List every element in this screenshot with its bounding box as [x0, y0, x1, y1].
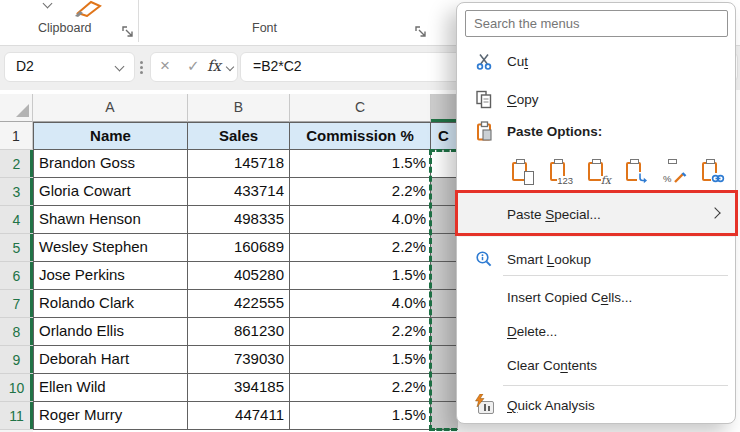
font-dialog-launcher-icon[interactable] — [414, 25, 427, 38]
menu-item-copy[interactable]: Copy — [458, 83, 735, 115]
row-header[interactable]: 9 — [0, 346, 33, 374]
paste-link-icon[interactable] — [701, 158, 725, 186]
menu-item-clear-contents[interactable]: Clear Contents — [458, 349, 735, 381]
cell-sales[interactable]: 394185 — [188, 374, 290, 402]
header-cell-name[interactable]: Name — [33, 122, 188, 150]
cell-commission[interactable]: 2.2% — [290, 374, 431, 402]
cell-d-selected[interactable] — [431, 206, 458, 234]
menu-item-label: Cut — [507, 54, 528, 69]
menu-item-label: Insert Copied Cells... — [507, 290, 632, 305]
row-header[interactable]: 2 — [0, 150, 33, 178]
row-header[interactable]: 3 — [0, 178, 33, 206]
menu-item-quick-analysis[interactable]: Quick Analysis — [458, 389, 735, 421]
cell-name[interactable]: Gloria Cowart — [33, 178, 188, 206]
cell-d-selected[interactable] — [431, 262, 458, 290]
cell-sales[interactable]: 422555 — [188, 290, 290, 318]
fx-chevron-icon[interactable] — [226, 63, 234, 71]
name-box[interactable]: D2 — [4, 52, 135, 82]
cell-sales[interactable]: 498335 — [188, 206, 290, 234]
menu-item-label: Smart Lookup — [507, 252, 591, 267]
cell-d-selected[interactable] — [431, 402, 458, 430]
cell-name[interactable]: Deborah Hart — [33, 346, 188, 374]
cell-commission[interactable]: 4.0% — [290, 290, 431, 318]
table-row: 10 Ellen Wild 394185 2.2% — [0, 374, 458, 402]
cell-name[interactable]: Brandon Goss — [33, 150, 188, 178]
header-cell-commission[interactable]: Commission % — [290, 122, 431, 150]
menu-item-smart-lookup[interactable]: Smart Lookup — [458, 243, 735, 275]
cell-d-selected[interactable] — [431, 318, 458, 346]
cell-commission[interactable]: 1.5% — [290, 262, 431, 290]
paste-formatting-icon[interactable]: % — [663, 158, 687, 186]
menu-item-cut[interactable]: Cut — [458, 45, 735, 77]
search-input[interactable] — [465, 10, 728, 37]
cell-d-selected[interactable] — [431, 374, 458, 402]
cell-commission[interactable]: 4.0% — [290, 206, 431, 234]
header-cell-d-clipped[interactable]: C — [431, 122, 458, 150]
submenu-chevron-icon — [709, 207, 720, 218]
cell-sales[interactable]: 433714 — [188, 178, 290, 206]
cell-name[interactable]: Shawn Henson — [33, 206, 188, 234]
row-header-1[interactable]: 1 — [0, 122, 33, 150]
cell-commission[interactable]: 1.5% — [290, 346, 431, 374]
cell-name[interactable]: Wesley Stephen — [33, 234, 188, 262]
cell-name[interactable]: Jose Perkins — [33, 262, 188, 290]
excel-window: Clipboard Font D2 × ✓ fx =B2*C2 — [0, 0, 740, 432]
paste-values-icon[interactable]: 123 — [549, 158, 573, 186]
cell-d-active[interactable] — [431, 150, 458, 178]
row-header[interactable]: 6 — [0, 262, 33, 290]
name-box-chevron-icon[interactable] — [115, 62, 125, 72]
cell-sales[interactable]: 861230 — [188, 318, 290, 346]
cell-sales[interactable]: 145718 — [188, 150, 290, 178]
cell-name[interactable]: Rolando Clark — [33, 290, 188, 318]
cell-sales[interactable]: 739030 — [188, 346, 290, 374]
row-header[interactable]: 7 — [0, 290, 33, 318]
cell-commission[interactable]: 1.5% — [290, 402, 431, 430]
cell-sales[interactable]: 405280 — [188, 262, 290, 290]
header-cell-sales[interactable]: Sales — [188, 122, 290, 150]
cell-d-selected[interactable] — [431, 178, 458, 206]
context-menu: Cut Copy Paste Options: — [456, 2, 736, 424]
row-header[interactable]: 10 — [0, 374, 33, 402]
paste-formulas-icon[interactable]: fx — [587, 158, 611, 186]
row-header[interactable]: 4 — [0, 206, 33, 234]
menu-item-insert-copied-cells[interactable]: Insert Copied Cells... — [458, 281, 735, 313]
paste-transpose-icon[interactable] — [625, 158, 649, 186]
cell-d-selected[interactable] — [431, 290, 458, 318]
select-all-corner[interactable] — [0, 94, 33, 122]
format-painter-icon[interactable] — [74, 0, 102, 17]
cell-name[interactable]: Orlando Ellis — [33, 318, 188, 346]
column-header-b[interactable]: B — [188, 94, 290, 122]
column-header-a[interactable]: A — [33, 94, 188, 122]
table-row: 8 Orlando Ellis 861230 2.2% — [0, 318, 458, 346]
cell-d-selected[interactable] — [431, 234, 458, 262]
row-header[interactable]: 8 — [0, 318, 33, 346]
cell-commission[interactable]: 1.5% — [290, 150, 431, 178]
cancel-icon[interactable]: × — [160, 56, 170, 76]
paste-icon[interactable] — [511, 158, 535, 186]
cell-name[interactable]: Roger Murry — [33, 402, 188, 430]
clipboard-dialog-launcher-icon[interactable] — [121, 25, 134, 38]
insert-function-icon[interactable]: fx — [207, 57, 221, 75]
formula-value: =B2*C2 — [253, 58, 302, 74]
cell-sales[interactable]: 447411 — [188, 402, 290, 430]
menu-item-paste-special[interactable]: Paste Special... — [458, 191, 735, 237]
formula-bar-kebab-handle[interactable] — [140, 59, 144, 76]
menu-item-label: Paste Special... — [507, 207, 601, 222]
column-header-row: A B C — [0, 94, 458, 122]
ribbon-group-divider — [138, 0, 139, 42]
column-header-c[interactable]: C — [290, 94, 431, 122]
cell-commission[interactable]: 2.2% — [290, 318, 431, 346]
cell-commission[interactable]: 2.2% — [290, 234, 431, 262]
paste-dropdown-chevron-icon[interactable] — [43, 0, 53, 8]
row-header[interactable]: 5 — [0, 234, 33, 262]
clipboard-group-label: Clipboard — [38, 21, 92, 35]
quick-analysis-icon — [473, 396, 495, 414]
menu-item-delete[interactable]: Delete... — [458, 315, 735, 347]
cell-commission[interactable]: 2.2% — [290, 178, 431, 206]
enter-icon[interactable]: ✓ — [187, 57, 200, 75]
column-header-d-selected[interactable] — [431, 94, 458, 122]
row-header[interactable]: 11 — [0, 402, 33, 430]
cell-d-selected[interactable] — [431, 346, 458, 374]
cell-name[interactable]: Ellen Wild — [33, 374, 188, 402]
cell-sales[interactable]: 160689 — [188, 234, 290, 262]
